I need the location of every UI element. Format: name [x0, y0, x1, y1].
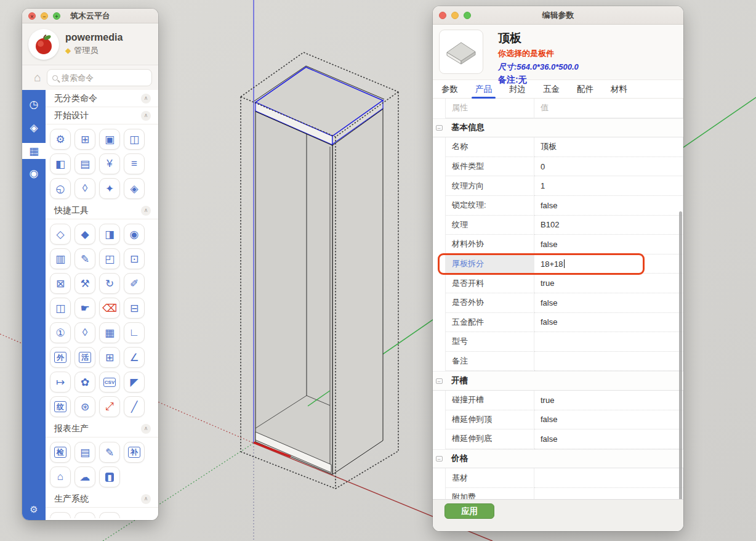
tool-door-gear-icon[interactable]: ◨ [99, 224, 120, 245]
tool-selection-box-icon[interactable]: ⊡ [124, 248, 145, 269]
tool-button-clipped[interactable] [74, 512, 95, 518]
chevron-up-icon[interactable]: ∧ [141, 494, 151, 504]
dialog-close-button[interactable] [439, 12, 446, 19]
property-value[interactable]: false [534, 313, 683, 333]
tool-patch-mark-icon[interactable]: 补 [124, 442, 145, 463]
tool-tree-structure-icon[interactable]: ≡ [124, 153, 145, 174]
command-search[interactable] [47, 69, 152, 86]
section-row[interactable]: –开槽 [433, 371, 683, 391]
tool-copy-delete-icon[interactable]: ⊟ [124, 298, 145, 319]
tool-folder-model-icon[interactable]: ⊞ [74, 129, 95, 150]
tool-button-clipped[interactable] [99, 512, 120, 518]
tab-五金[interactable]: 五金 [542, 81, 561, 98]
tool-database-icon[interactable]: ▮ [99, 466, 120, 487]
tool-cloud-upload-icon[interactable]: ☁ [74, 466, 95, 487]
property-value[interactable]: 顶板 [534, 137, 683, 157]
tool-cabinet-eye-icon[interactable]: ◉ [124, 224, 145, 245]
tool-report-gear-icon[interactable]: ▤ [74, 442, 95, 463]
rail-item-components-icon[interactable]: ◉ [22, 164, 46, 182]
palette-titlebar[interactable]: × − + 筑木云平台 [22, 9, 158, 23]
dialog-minimize-button[interactable] [451, 12, 459, 19]
property-value[interactable]: B102 [534, 216, 683, 235]
tool-tilt-panels-icon[interactable]: ◊ [74, 178, 95, 199]
tab-产品[interactable]: 产品 [474, 81, 493, 98]
property-value[interactable]: 0 [534, 157, 683, 177]
section-header[interactable]: 无分类命令∧ [46, 90, 158, 107]
section-header[interactable]: 快捷工具∧ [46, 202, 158, 219]
property-value[interactable]: 18+18 [534, 254, 683, 274]
tool-price-clipboard-icon[interactable]: ¥ [99, 153, 120, 174]
tool-measure-delete-icon[interactable]: ⊠ [50, 273, 71, 294]
dialog-zoom-button[interactable] [464, 12, 471, 19]
tool-hand-pick-icon[interactable]: ☛ [74, 298, 95, 319]
tool-draft-edit-icon[interactable]: ✎ [74, 248, 95, 269]
tool-cube-outline-icon[interactable]: ◇ [50, 224, 71, 245]
property-value[interactable]: false [534, 293, 683, 313]
tool-wrench-tools-icon[interactable]: ⚒ [74, 273, 95, 294]
property-value[interactable] [534, 468, 683, 488]
tool-pen-edit-icon[interactable]: ✐ [124, 273, 145, 294]
rail-item-history-icon[interactable]: ◷ [22, 95, 46, 113]
tool-wardrobe-layout-icon[interactable]: ▥ [50, 248, 71, 269]
tool-panel-export-icon[interactable]: ↦ [50, 372, 71, 393]
collapse-icon[interactable]: – [436, 125, 443, 131]
tool-live-mark-icon[interactable]: 活 [74, 347, 95, 368]
property-value[interactable]: false [534, 429, 683, 449]
tool-curved-door-icon[interactable]: ◵ [50, 178, 71, 199]
tool-corner-block-icon[interactable]: ◤ [124, 372, 145, 393]
tool-door-edit-icon[interactable]: ◫ [124, 129, 145, 150]
tool-report-edit-icon[interactable]: ✎ [99, 442, 120, 463]
property-value[interactable]: true [534, 274, 683, 293]
property-value[interactable]: 1 [534, 176, 683, 196]
tool-circle-one-icon[interactable]: ① [50, 322, 71, 343]
property-value[interactable] [534, 488, 683, 499]
rail-item-cabinet-icon[interactable]: ▦ [22, 143, 46, 159]
tab-配件[interactable]: 配件 [576, 81, 595, 98]
tool-resize-arrows-icon[interactable]: ⤢ [99, 396, 120, 417]
tool-room-frame-icon[interactable]: ▣ [99, 129, 120, 150]
tool-list-board-icon[interactable]: ▤ [74, 153, 95, 174]
property-value[interactable] [534, 332, 683, 352]
home-icon[interactable]: ⌂ [28, 71, 47, 84]
tool-settings-icon[interactable]: ⚙ [50, 129, 71, 150]
property-value[interactable]: false [534, 410, 683, 430]
property-value[interactable] [534, 352, 683, 372]
tool-corner-edit-icon[interactable]: ∟ [124, 322, 145, 343]
tool-polygon-edit-icon[interactable]: ◊ [74, 322, 95, 343]
zoom-button[interactable]: + [53, 12, 60, 20]
rail-settings-icon[interactable]: ⚙ [22, 504, 46, 515]
tool-button-clipped[interactable] [50, 512, 71, 518]
tool-product-box-icon[interactable]: ◈ [124, 178, 145, 199]
tool-diagonal-ruler-icon[interactable]: ╱ [124, 396, 145, 417]
tool-outsource-mark-icon[interactable]: 外 [50, 347, 71, 368]
minimize-button[interactable]: − [41, 12, 48, 20]
collapse-icon[interactable]: – [436, 378, 443, 384]
section-row[interactable]: –基本信息 [433, 118, 683, 138]
tool-corner-guide-icon[interactable]: ◰ [99, 248, 120, 269]
avatar[interactable] [28, 29, 59, 60]
dialog-scrollbar[interactable] [679, 211, 682, 499]
tool-check-mark-icon[interactable]: 检 [50, 442, 71, 463]
tool-rotate-material-icon[interactable]: ↻ [99, 273, 120, 294]
property-value[interactable]: false [534, 235, 683, 254]
apply-button[interactable]: 应用 [444, 503, 494, 519]
tab-材料[interactable]: 材料 [609, 81, 629, 98]
property-value[interactable]: false [534, 196, 683, 216]
rail-item-model-cube-icon[interactable]: ◈ [22, 118, 46, 137]
search-input[interactable] [62, 73, 147, 83]
chevron-up-icon[interactable]: ∧ [141, 424, 151, 434]
tool-share-scheme-icon[interactable]: ✦ [99, 178, 120, 199]
tab-封边[interactable]: 封边 [508, 81, 527, 98]
tool-window-panes-icon[interactable]: ▦ [99, 322, 120, 343]
chevron-up-icon[interactable]: ∧ [141, 94, 151, 104]
tool-leaves-icon[interactable]: ✿ [74, 372, 95, 393]
chevron-up-icon[interactable]: ∧ [141, 111, 151, 121]
tool-factory-machine-icon[interactable]: ⌂ [50, 466, 71, 487]
tool-geometry-spheres-icon[interactable]: ⊛ [74, 396, 95, 417]
tool-csv-export-icon[interactable]: CSV [99, 372, 120, 393]
chevron-up-icon[interactable]: ∧ [141, 206, 151, 216]
tool-panel-copy-edit-icon[interactable]: ◧ [50, 153, 71, 174]
section-header[interactable]: 开始设计∧ [46, 107, 158, 124]
tool-cube-transform-icon[interactable]: ◆ [74, 224, 95, 245]
tool-brush-clean-icon[interactable]: ⌫ [99, 298, 120, 319]
